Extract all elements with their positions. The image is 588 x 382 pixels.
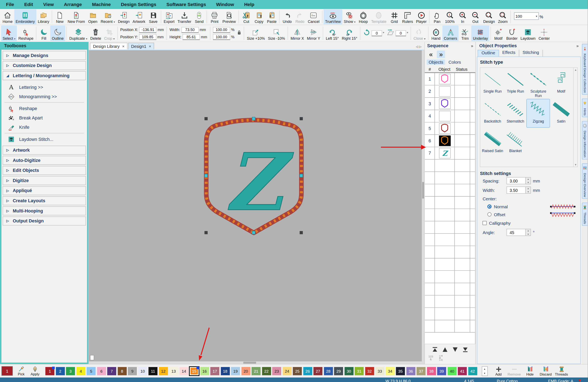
reshape-button[interactable]: Reshape — [17, 25, 35, 41]
size-10-button[interactable]: Size +10% — [245, 25, 266, 41]
travel-back-button[interactable]: « — [427, 51, 435, 58]
corners-button[interactable]: Corners — [442, 25, 459, 41]
sequence-row-6-selected[interactable]: 6 — [425, 135, 475, 147]
tab-objects[interactable]: Objects — [427, 59, 445, 65]
toolbox-section-artwork[interactable]: ▷Artwork — [3, 146, 86, 154]
color-chip-21[interactable]: 21 — [252, 367, 261, 375]
recent-button[interactable]: Recent ▾ — [99, 9, 116, 24]
color-chip-18[interactable]: 18 — [221, 367, 230, 375]
color-chip-7[interactable]: 7 — [107, 367, 116, 375]
color-chip-19[interactable]: 19 — [231, 367, 240, 375]
tool-lettering[interactable]: ALettering >> — [3, 82, 86, 92]
tool-reshape[interactable]: Reshape — [3, 104, 86, 113]
home-button[interactable]: Home — [1, 9, 14, 24]
object-thumbnail[interactable]: Z — [439, 148, 451, 158]
zoom-level-combobox[interactable]: 100▾ — [514, 12, 539, 20]
sequence-row-3[interactable]: 3 — [425, 98, 475, 110]
apply-color-button[interactable]: Apply — [28, 366, 42, 376]
tab-effects[interactable]: Effects — [499, 50, 519, 56]
color-chip-33[interactable]: 33 — [375, 367, 384, 375]
send-button[interactable]: Send — [193, 9, 206, 24]
hand-button[interactable]: Hand — [429, 25, 442, 41]
mirror-y-button[interactable]: Mirror Y — [305, 25, 322, 41]
color-chip-6[interactable]: 6 — [97, 367, 106, 375]
color-chip-25[interactable]: 25 — [293, 367, 302, 375]
stitch-type-scrollbar[interactable]: ▲▼ — [573, 68, 578, 167]
collapse-panel-icon[interactable]: » — [471, 43, 473, 48]
pan-button[interactable]: Pan — [431, 9, 443, 24]
color-chip-17[interactable]: 17 — [210, 367, 219, 375]
color-chip-13[interactable]: 13 — [169, 367, 178, 375]
fill-button[interactable]: Fill — [38, 25, 50, 41]
toolbox-section-manage-designs[interactable]: ▷Manage Designs — [3, 51, 86, 60]
sequence-row-2[interactable]: 2 — [425, 85, 475, 97]
right-15-button[interactable]: 15°Right 15° — [340, 25, 359, 41]
tab-colors[interactable]: Colors — [447, 59, 463, 65]
color-chip-27[interactable]: 27 — [314, 367, 322, 375]
add-color-button[interactable]: Add — [490, 366, 506, 376]
print-button[interactable]: Print — [208, 9, 221, 24]
stitch-type-zigzag[interactable]: Zigzag — [527, 99, 550, 127]
tab-close-icon[interactable]: × — [149, 44, 151, 48]
tab-design1[interactable]: Design1 × — [128, 43, 154, 49]
stitch-type-single-run[interactable]: Single Run — [481, 69, 504, 98]
color-chip-3[interactable]: 3 — [66, 367, 75, 375]
pick-color-button[interactable]: Pick — [14, 366, 28, 376]
border-button[interactable]: Border — [505, 25, 519, 41]
100-button[interactable]: 1100% — [443, 9, 456, 24]
new-from-button[interactable]: New From — [66, 9, 86, 24]
stitch-type-satin[interactable]: Satin — [550, 99, 573, 127]
tab-outline[interactable]: Outline — [478, 50, 499, 56]
canvas-vertical-scrollbar[interactable] — [422, 50, 425, 364]
object-thumbnail[interactable] — [439, 86, 451, 96]
move-to-end-button[interactable] — [461, 345, 470, 353]
color-chip-11[interactable]: 11 — [148, 367, 157, 375]
color-chip-4[interactable]: 4 — [76, 367, 85, 375]
embroidery-button[interactable]: HEmbroidery — [14, 9, 36, 24]
tool-monogramming[interactable]: ABCMonogramming >> — [3, 92, 86, 101]
object-thumbnail[interactable] — [439, 74, 451, 84]
color-chip-23[interactable]: 23 — [272, 367, 281, 375]
trim-button[interactable]: Trim — [459, 25, 471, 41]
color-chip-10[interactable]: 10 — [138, 367, 147, 375]
docked-tab-design-overview[interactable]: Design Overview — [582, 163, 588, 199]
position-x-input[interactable]: -136.91 — [139, 27, 157, 33]
new-button[interactable]: New — [53, 9, 66, 24]
trueview-button[interactable]: TrueView — [324, 9, 342, 24]
open-button[interactable]: Open — [86, 9, 99, 24]
object-thumbnail[interactable] — [439, 136, 451, 146]
grid-button[interactable]: Grid — [388, 9, 400, 24]
left-15-button[interactable]: 15°Left 15° — [324, 25, 340, 41]
design-button[interactable]: Design — [116, 9, 131, 24]
export-button[interactable]: Export — [162, 9, 176, 24]
menu-design-settings[interactable]: Design Settings — [121, 2, 156, 7]
tab-scroll-arrows[interactable]: ◁▷ — [416, 45, 423, 48]
discard-color-button[interactable]: Discard — [538, 366, 554, 376]
laydown-button[interactable]: Laydown — [519, 25, 537, 41]
color-chip-8[interactable]: 8 — [117, 367, 126, 375]
menu-view[interactable]: View — [43, 2, 54, 7]
color-chip-14[interactable]: 14 — [179, 367, 188, 375]
outline-button[interactable]: Outline — [50, 25, 65, 41]
toolbox-section-create-layouts[interactable]: ▷Create Layouts — [3, 196, 86, 205]
menu-window[interactable]: Window — [216, 2, 234, 7]
object-thumbnail[interactable] — [439, 98, 451, 109]
menu-software-settings[interactable]: Software Settings — [167, 2, 206, 7]
item-input[interactable]: 100.00 — [213, 34, 230, 40]
docked-tab-keyboard-design-collection[interactable]: Keyboard Design Collection — [582, 44, 588, 95]
toolbox-section-auto-digitize[interactable]: ▷Auto-Digitize — [3, 156, 86, 165]
color-chip-15-selected[interactable]: 15 — [190, 367, 199, 375]
color-chip-30[interactable]: 30 — [344, 367, 353, 375]
color-chip-35[interactable]: 35 — [396, 367, 405, 375]
stitch-type-sculpture-run[interactable]: Sculpture Run — [527, 69, 550, 98]
tool-break-apart[interactable]: Break Apart — [3, 113, 86, 123]
angle-stepper[interactable]: 45 ▲▼ — [506, 229, 531, 236]
menu-help[interactable]: Help — [244, 2, 254, 7]
color-chip-22[interactable]: 22 — [262, 367, 271, 375]
palette-scroll-spinner[interactable]: ▲▼ — [482, 366, 488, 376]
move-down-button[interactable] — [451, 345, 460, 353]
stitch-type-backstitch[interactable]: Backstitch — [481, 99, 504, 127]
color-chip-29[interactable]: 29 — [334, 367, 343, 375]
center-button[interactable]: Center — [537, 25, 551, 41]
width-stepper[interactable]: 3.50 ▲▼ — [506, 186, 531, 193]
